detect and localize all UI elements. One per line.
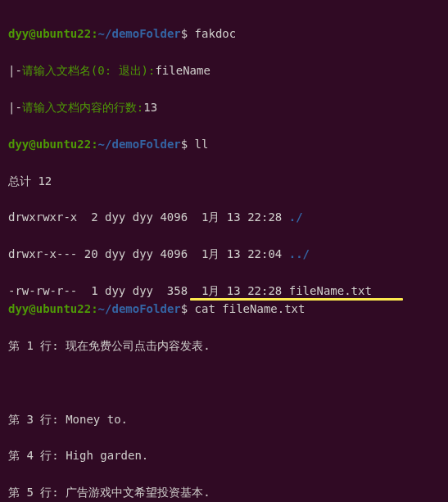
ls-row-3: -rw-rw-r-- 1 dyy dyy 358 1月 13 22:28 fil… xyxy=(8,282,372,300)
prompt-path: ~/demoFolder xyxy=(98,138,181,151)
command-ll: ll xyxy=(195,138,209,151)
file-line-3: 第 3 行: Money to. xyxy=(8,410,440,428)
command-fakdoc: fakdoc xyxy=(195,27,237,40)
prompt-sep1: : xyxy=(91,302,97,315)
prompt-path: ~/demoFolder xyxy=(98,27,181,40)
terminal-window[interactable]: dyy@ubuntu22:~/demoFolder$ fakdoc |-请输入文… xyxy=(0,0,448,502)
file-line-4: 第 4 行: High garden. xyxy=(8,446,440,464)
highlight-underline xyxy=(190,298,403,301)
prompt-user: dyy@ubuntu22 xyxy=(8,138,91,151)
prompt-user: dyy@ubuntu22 xyxy=(8,302,91,315)
ls-total: 总计 12 xyxy=(8,172,440,190)
ls-row-2-meta: drwxr-x--- 20 dyy dyy 4096 1月 13 22:04 xyxy=(8,247,289,260)
prompt-user: dyy@ubuntu22 xyxy=(8,27,91,40)
input-doc-name-line: |-请输入文档名(0: 退出):fileName xyxy=(8,61,440,79)
ls-row-2-name: ../ xyxy=(289,247,310,260)
bar-prefix: |- xyxy=(8,101,22,114)
ls-row-1-name: ./ xyxy=(289,210,303,224)
prompt-line-3: dyy@ubuntu22:~/demoFolder$ cat fileName.… xyxy=(8,300,440,318)
prompt-sep1: : xyxy=(91,27,97,40)
prompt-path: ~/demoFolder xyxy=(98,302,181,315)
input-line-count-line: |-请输入文档内容的行数:13 xyxy=(8,98,440,116)
doc-name-label: 请输入文档名(0: 退出): xyxy=(22,64,156,77)
ls-row-1-meta: drwxrwxr-x 2 dyy dyy 4096 1月 13 22:28 xyxy=(8,210,289,224)
ls-row-3-name: fileName.txt xyxy=(289,284,372,297)
ls-row-3-meta: -rw-rw-r-- 1 dyy dyy 358 1月 13 22:28 xyxy=(8,284,289,297)
line-count-label: 请输入文档内容的行数: xyxy=(22,101,143,114)
prompt-dollar: $ xyxy=(181,302,195,315)
doc-name-value: fileName xyxy=(155,64,210,77)
ls-row-1: drwxrwxr-x 2 dyy dyy 4096 1月 13 22:28 ./ xyxy=(8,208,440,226)
prompt-dollar: $ xyxy=(181,138,195,151)
prompt-line-2: dyy@ubuntu22:~/demoFolder$ ll xyxy=(8,135,440,153)
bar-prefix: |- xyxy=(8,64,22,77)
file-line-1: 第 1 行: 现在免费公司点击内容发表. xyxy=(8,337,440,355)
file-line-5: 第 5 行: 广告游戏中文希望投资基本. xyxy=(8,483,440,501)
file-line-blank-1 xyxy=(8,373,440,391)
prompt-line-1: dyy@ubuntu22:~/demoFolder$ fakdoc xyxy=(8,25,440,43)
ls-row-2: drwxr-x--- 20 dyy dyy 4096 1月 13 22:04 .… xyxy=(8,245,440,263)
prompt-sep1: : xyxy=(91,138,97,151)
prompt-dollar: $ xyxy=(181,27,195,40)
line-count-value: 13 xyxy=(143,101,157,114)
command-cat: cat fileName.txt xyxy=(195,302,305,315)
